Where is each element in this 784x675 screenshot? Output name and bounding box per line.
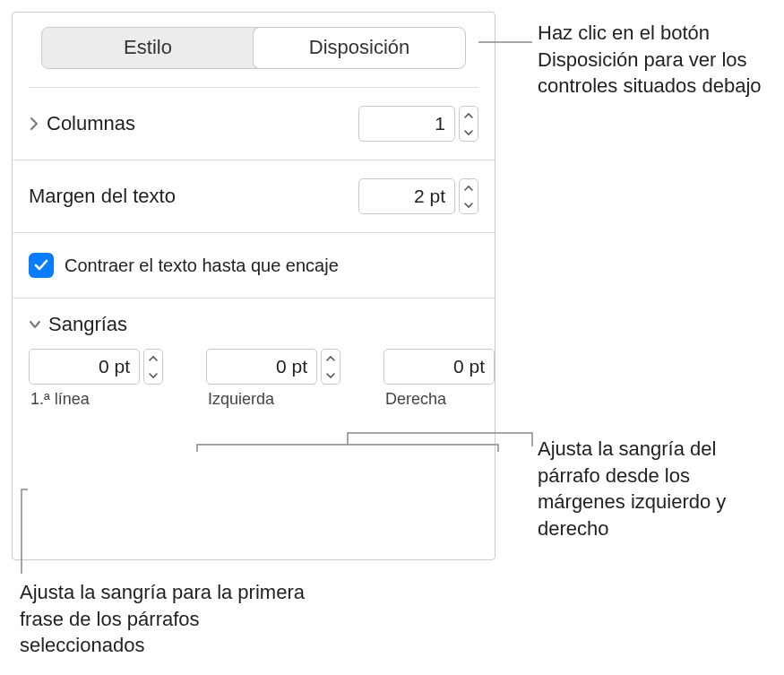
chevron-up-icon[interactable] [460, 107, 478, 124]
indent-first-line-stepper[interactable]: 0 pt [29, 349, 163, 385]
indents-section: Sangrías 0 pt 1.ª línea 0 pt [13, 299, 495, 409]
indents-disclosure-icon[interactable] [29, 319, 41, 330]
indent-right-value[interactable]: 0 pt [383, 349, 495, 385]
indent-left: 0 pt Izquierda [206, 349, 340, 409]
indent-first-line-value[interactable]: 0 pt [29, 349, 140, 385]
columns-label: Columnas [47, 112, 135, 135]
indent-right: 0 pt Derecha [383, 349, 495, 409]
chevron-down-icon[interactable] [460, 196, 478, 213]
chevron-down-icon[interactable] [322, 367, 340, 384]
layout-inspector-panel: Estilo Disposición Columnas 1 Margen del… [12, 12, 495, 560]
text-margin-row: Margen del texto 2 pt [13, 160, 495, 233]
indents-label: Sangrías [48, 313, 127, 336]
indent-left-stepper[interactable]: 0 pt [206, 349, 340, 385]
columns-disclosure-icon[interactable] [29, 117, 39, 131]
indent-first-line-label: 1.ª línea [29, 390, 163, 409]
tab-style[interactable]: Estilo [42, 28, 254, 68]
text-margin-stepper[interactable]: 2 pt [358, 178, 478, 214]
chevron-up-icon[interactable] [322, 350, 340, 367]
indent-first-line-step-buttons[interactable] [143, 349, 163, 385]
text-margin-value[interactable]: 2 pt [358, 178, 455, 214]
indent-left-label: Izquierda [206, 390, 340, 409]
tab-layout[interactable]: Disposición [254, 28, 465, 68]
text-margin-step-buttons[interactable] [459, 178, 478, 214]
callout-layout-tab: Haz clic en el botón Disposición para ve… [538, 20, 778, 100]
columns-step-buttons[interactable] [459, 106, 478, 142]
text-margin-label: Margen del texto [29, 185, 176, 208]
callout-margins: Ajusta la sangría del párrafo desde los … [538, 436, 778, 542]
chevron-up-icon[interactable] [144, 350, 162, 367]
columns-stepper[interactable]: 1 [358, 106, 478, 142]
indent-left-value[interactable]: 0 pt [206, 349, 317, 385]
callout-first-line: Ajusta la sangría para la primera frase … [20, 579, 324, 659]
columns-value[interactable]: 1 [358, 106, 455, 142]
chevron-up-icon[interactable] [460, 179, 478, 196]
chevron-down-icon[interactable] [144, 367, 162, 384]
chevron-down-icon[interactable] [460, 124, 478, 141]
shrink-text-row: Contraer el texto hasta que encaje [13, 233, 495, 299]
columns-row: Columnas 1 [13, 88, 495, 160]
shrink-text-label: Contraer el texto hasta que encaje [65, 255, 339, 276]
indent-right-label: Derecha [383, 390, 495, 409]
indent-left-step-buttons[interactable] [321, 349, 340, 385]
indent-first-line: 0 pt 1.ª línea [29, 349, 163, 409]
indent-right-stepper[interactable]: 0 pt [383, 349, 495, 385]
shrink-text-checkbox[interactable] [29, 253, 54, 278]
inspector-tabs: Estilo Disposición [41, 27, 466, 69]
